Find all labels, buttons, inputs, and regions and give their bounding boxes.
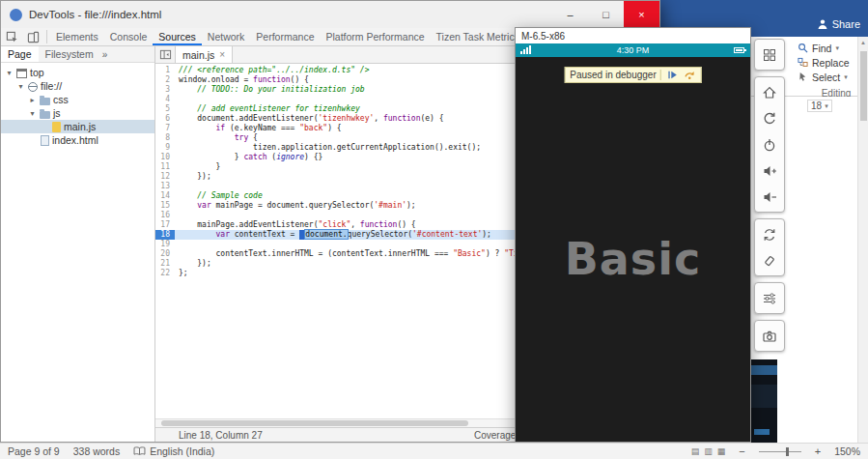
more-tabs-icon[interactable]: » [102, 49, 108, 60]
line-number[interactable]: 20 [155, 249, 175, 259]
line-number[interactable]: 11 [155, 162, 175, 172]
line-text[interactable]: // Sample code [175, 191, 263, 201]
line-text[interactable] [175, 95, 179, 104]
line-text[interactable]: var mainPage = document.querySelector('#… [175, 201, 416, 211]
scroll-up-icon[interactable]: ▲ [858, 37, 868, 48]
devtools-tab-network[interactable]: Network [202, 28, 251, 45]
line-number[interactable]: 22 [155, 269, 175, 278]
volume-up-button[interactable] [755, 158, 784, 184]
line-number[interactable]: 3 [155, 85, 175, 95]
line-text[interactable]: try { [175, 133, 258, 143]
print-layout-icon[interactable]: ▥ [704, 446, 713, 456]
page-count[interactable]: Page 9 of 9 [8, 445, 60, 457]
line-number[interactable]: 6 [155, 114, 175, 124]
disclosure-open-icon[interactable]: ▾ [28, 109, 37, 118]
navigator-toggle-icon[interactable] [155, 46, 175, 63]
scrollbar-thumb[interactable] [860, 51, 867, 121]
power-button[interactable] [755, 131, 784, 158]
line-number[interactable]: 21 [155, 259, 175, 269]
tree-item-js[interactable]: ▾js [1, 106, 154, 120]
settings-button[interactable] [755, 285, 784, 311]
line-text[interactable]: contentText.innerHTML = (contentText.inn… [175, 249, 550, 259]
tree-item-main-js[interactable]: main.js [1, 120, 154, 133]
home-button[interactable] [755, 79, 784, 105]
zoom-slider[interactable] [759, 451, 801, 452]
line-text[interactable] [175, 240, 179, 249]
line-text[interactable]: } [175, 162, 220, 172]
line-number[interactable]: 13 [155, 182, 175, 191]
line-number[interactable]: 16 [155, 211, 175, 220]
word-scrollbar[interactable]: ▲ [857, 37, 868, 443]
line-number[interactable]: 4 [155, 95, 175, 104]
rotate-button[interactable] [755, 221, 784, 247]
line-text[interactable]: } catch (ignore) {} [175, 153, 322, 162]
devtools-tab-console[interactable]: Console [104, 28, 154, 45]
line-text[interactable]: // add eventListener for tizenhwkey [175, 104, 360, 114]
step-over-button[interactable] [683, 69, 696, 81]
line-number[interactable]: 2 [155, 75, 175, 85]
disclosure-open-icon[interactable]: ▾ [16, 82, 25, 91]
line-number[interactable]: 10 [155, 153, 175, 162]
zoom-level[interactable]: 150% [834, 445, 860, 457]
maximize-button[interactable]: □ [588, 1, 624, 28]
close-button[interactable]: × [624, 1, 659, 28]
line-number[interactable]: 18 [155, 230, 175, 240]
grid-button[interactable] [755, 42, 784, 68]
line-text[interactable]: document.addEventListener('tizenhwkey', … [175, 114, 444, 124]
line-text[interactable]: tizen.application.getCurrentApplication(… [175, 143, 481, 153]
inspect-element-icon[interactable] [1, 28, 22, 45]
line-number[interactable]: 19 [155, 240, 175, 249]
volume-down-button[interactable] [755, 184, 784, 210]
web-layout-icon[interactable]: ▦ [717, 446, 726, 456]
line-number[interactable]: 14 [155, 191, 175, 201]
word-count[interactable]: 338 words [73, 445, 120, 457]
language-status[interactable]: English (India) [133, 445, 214, 457]
line-number[interactable]: 15 [155, 201, 175, 211]
tab-close-icon[interactable]: × [219, 49, 225, 60]
tree-item-file[interactable]: ▾file:// [1, 79, 154, 93]
tree-item-css[interactable]: ▸css [1, 93, 154, 106]
line-number[interactable]: 1 [155, 66, 175, 75]
line-number[interactable]: 7 [155, 124, 175, 133]
share-button[interactable]: Share [817, 18, 860, 30]
line-number[interactable]: 5 [155, 104, 175, 114]
resume-script-button[interactable] [665, 69, 679, 81]
line-text[interactable]: }); [175, 172, 211, 182]
line-text[interactable] [175, 182, 179, 191]
devtools-tab-sources[interactable]: Sources [153, 28, 202, 45]
zoom-slider-thumb[interactable] [786, 447, 789, 456]
line-text[interactable]: if (e.keyName === "back") { [175, 124, 342, 133]
line-number[interactable]: 8 [155, 133, 175, 143]
tree-item-top[interactable]: ▾top [1, 66, 154, 79]
line-text[interactable]: /// <reference path="../../index.d.ts" /… [175, 66, 369, 75]
tab-filesystem[interactable]: Filesystem [39, 46, 100, 62]
doc-header-fragment[interactable]: 18 ▾ [807, 100, 832, 112]
line-number[interactable]: 9 [155, 143, 175, 153]
hscrollbar-thumb[interactable] [161, 420, 468, 426]
line-text[interactable]: // TODO:: Do your initialization job [175, 85, 365, 95]
camera-button[interactable] [755, 323, 784, 349]
minimize-button[interactable]: – [552, 1, 588, 28]
editor-tab-mainjs[interactable]: main.js × [175, 46, 233, 63]
tree-item-index-html[interactable]: index.html [1, 133, 154, 147]
line-text[interactable]: window.onload = function() { [175, 75, 309, 85]
devtools-tab-elements[interactable]: Elements [50, 28, 104, 45]
line-text[interactable] [175, 211, 179, 220]
line-text[interactable]: }); [175, 259, 211, 269]
line-text[interactable]: mainPage.addEventListener("click", funct… [175, 220, 416, 230]
line-text[interactable]: var contentText = document.querySelector… [175, 230, 491, 240]
devtools-tab-performance[interactable]: Performance [250, 28, 320, 45]
emulator-titlebar[interactable]: M-6.5-x86 [516, 28, 750, 43]
line-number[interactable]: 12 [155, 172, 175, 182]
tab-page[interactable]: Page [1, 46, 39, 62]
zoom-out-button[interactable]: − [739, 445, 744, 457]
read-mode-icon[interactable]: ▤ [691, 446, 700, 456]
zoom-in-button[interactable]: + [815, 445, 821, 457]
tilt-button[interactable] [755, 247, 784, 273]
line-text[interactable]: }; [175, 269, 188, 278]
disclosure-open-icon[interactable]: ▾ [5, 69, 14, 77]
devtools-titlebar[interactable]: DevTools - file:///index.html – □ × [1, 1, 659, 28]
line-number[interactable]: 17 [155, 220, 175, 230]
devtools-tab-platform-performance[interactable]: Platform Performance [320, 28, 430, 45]
phone-screen[interactable]: 4:30 PM Paused in debugger Basic [516, 43, 750, 442]
